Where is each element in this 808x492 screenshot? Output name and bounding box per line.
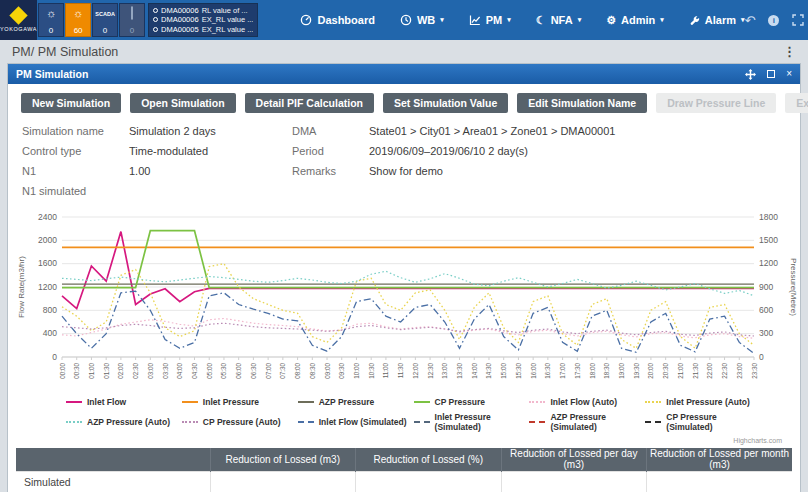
close-icon[interactable]: × bbox=[786, 69, 792, 79]
table-cell bbox=[356, 471, 502, 492]
svg-text:07:30: 07:30 bbox=[279, 363, 286, 379]
menu-label: PM bbox=[486, 14, 503, 26]
edit-simulation-name-button[interactable]: Edit Simulation Name bbox=[517, 93, 647, 113]
legend-item-azp-pressure-simulated[interactable]: AZP Pressure (Simulated) bbox=[529, 412, 645, 432]
scada-icon: SCADA bbox=[95, 7, 115, 22]
legend-item-inlet-flow-auto[interactable]: Inlet Flow (Auto) bbox=[529, 397, 645, 407]
field-value-remarks: Show for demo bbox=[369, 165, 786, 177]
menu-item-dashboard[interactable]: Dashboard bbox=[300, 14, 374, 26]
legend-item-inlet-pressure-auto[interactable]: Inlet Pressure (Auto) bbox=[645, 397, 761, 407]
alarm-rays-tile[interactable]: ☼60 bbox=[65, 3, 91, 37]
move-icon[interactable] bbox=[745, 69, 756, 80]
svg-text:04:30: 04:30 bbox=[191, 363, 198, 379]
legend-label: CP Pressure (Simulated) bbox=[666, 412, 761, 432]
maximize-icon[interactable] bbox=[767, 70, 775, 78]
fullscreen-icon[interactable] bbox=[792, 14, 804, 26]
svg-text:13:00: 13:00 bbox=[441, 363, 448, 379]
legend-line-sample bbox=[66, 401, 82, 403]
legend-line-sample bbox=[414, 401, 430, 403]
menu-item-pm[interactable]: PM▾ bbox=[469, 14, 511, 26]
menu-item-wb[interactable]: WB▾ bbox=[400, 14, 444, 26]
alarm-ticker-item[interactable]: DMA00006EX_RL value ... bbox=[153, 15, 253, 24]
yokogawa-logo: YOKOGAWA bbox=[0, 0, 37, 40]
alarm-ticker-item[interactable]: DMA00005EX_RL value ... bbox=[153, 25, 253, 34]
main-menu: DashboardWB▾PM▾☾NFA▾⚙Admin▾Alarm▾ bbox=[300, 0, 744, 40]
alarm-tiles: ☼0☼60SCADA00 bbox=[37, 0, 146, 40]
svg-text:08:00: 08:00 bbox=[294, 363, 301, 379]
menu-item-alarm[interactable]: Alarm▾ bbox=[689, 14, 745, 26]
legend-item-cp-pressure[interactable]: CP Pressure bbox=[414, 397, 530, 407]
top-navigation-bar: YOKOGAWA ☼0☼60SCADA00 DMA00006RL value o… bbox=[0, 0, 808, 40]
field-value-period: 2019/06/09–2019/06/10 2 day(s) bbox=[369, 145, 786, 157]
svg-text:1500: 1500 bbox=[759, 235, 778, 245]
svg-text:14:00: 14:00 bbox=[471, 363, 478, 379]
legend-label: AZP Pressure (Auto) bbox=[87, 417, 170, 427]
legend-item-cp-pressure-simulated[interactable]: CP Pressure (Simulated) bbox=[645, 412, 761, 432]
svg-text:900: 900 bbox=[759, 282, 773, 292]
pill-tile[interactable]: 0 bbox=[119, 3, 145, 37]
svg-text:2000: 2000 bbox=[38, 235, 57, 245]
set-simulation-value-button[interactable]: Set Simulation Value bbox=[383, 93, 508, 113]
yokogawa-diamond-icon bbox=[9, 6, 27, 24]
row-label: Simulated bbox=[16, 471, 210, 492]
gauge-icon bbox=[300, 14, 312, 26]
svg-text:18:00: 18:00 bbox=[589, 363, 596, 379]
svg-text:1800: 1800 bbox=[759, 212, 778, 222]
legend-item-inlet-pressure[interactable]: Inlet Pressure bbox=[182, 397, 298, 407]
legend-item-inlet-pressure-simulated[interactable]: Inlet Pressure (Simulated) bbox=[414, 412, 530, 432]
pill-icon bbox=[131, 7, 133, 22]
table-header: Reduction of Lossed (%) bbox=[356, 448, 502, 471]
open-simulation-button[interactable]: Open Simulation bbox=[130, 93, 235, 113]
svg-text:03:30: 03:30 bbox=[162, 363, 169, 379]
detail-pif-calculation-button[interactable]: Detail PIF Calculation bbox=[245, 93, 374, 113]
simulation-details-form: Simulation nameSimulation 2 daysDMAState… bbox=[8, 117, 800, 203]
legend-item-inlet-flow[interactable]: Inlet Flow bbox=[66, 397, 182, 407]
alarm-ticker-item[interactable]: DMA00006RL value of ... bbox=[153, 6, 253, 15]
field-label-period: Period bbox=[292, 145, 369, 157]
field-label-control-type: Control type bbox=[22, 145, 129, 157]
field-label-simulation-name: Simulation name bbox=[22, 125, 129, 137]
undo-icon[interactable]: ↶ bbox=[745, 13, 756, 28]
alarm-message: EX_RL value ... bbox=[202, 25, 254, 34]
legend-line-sample bbox=[66, 421, 82, 423]
legend-item-inlet-flow-simulated[interactable]: Inlet Flow (Simulated) bbox=[298, 412, 414, 432]
legend-item-cp-pressure-auto[interactable]: CP Pressure (Auto) bbox=[182, 412, 298, 432]
alarm-message: EX_RL value ... bbox=[202, 15, 254, 24]
scada-tile[interactable]: SCADA0 bbox=[92, 3, 118, 37]
alarm-rays-tile[interactable]: ☼0 bbox=[38, 3, 64, 37]
svg-text:23:00: 23:00 bbox=[736, 363, 743, 379]
svg-text:Pressure(Metre): Pressure(Metre) bbox=[789, 258, 798, 316]
legend-item-azp-pressure[interactable]: AZP Pressure bbox=[298, 397, 414, 407]
svg-text:18:30: 18:30 bbox=[603, 363, 610, 379]
draw-pressure-line-button: Draw Pressure Line bbox=[656, 93, 776, 113]
svg-text:09:00: 09:00 bbox=[324, 363, 331, 379]
info-icon[interactable]: i bbox=[768, 15, 779, 26]
svg-text:01:30: 01:30 bbox=[103, 363, 110, 379]
legend-item-azp-pressure-auto[interactable]: AZP Pressure (Auto) bbox=[66, 412, 182, 432]
alarm-status-icon bbox=[153, 17, 158, 22]
moon-icon: ☾ bbox=[536, 15, 546, 26]
legend-label: AZP Pressure (Simulated) bbox=[550, 412, 645, 432]
new-simulation-button[interactable]: New Simulation bbox=[21, 93, 121, 113]
kebab-menu-icon[interactable]: ⋮ bbox=[783, 47, 796, 57]
field-value-n1: 1.00 bbox=[129, 165, 292, 177]
panel-title: PM Simulation bbox=[16, 68, 88, 80]
field-label-n1: N1 bbox=[22, 165, 129, 177]
svg-text:1200: 1200 bbox=[38, 282, 57, 292]
svg-text:17:00: 17:00 bbox=[559, 363, 566, 379]
legend-line-sample bbox=[182, 421, 198, 423]
alarm-status-icon bbox=[153, 27, 158, 32]
table-header-row: Reduction of Lossed (m3)Reduction of Los… bbox=[16, 448, 792, 471]
trend-icon bbox=[469, 14, 481, 26]
menu-item-nfa[interactable]: ☾NFA▾ bbox=[536, 14, 581, 26]
menu-item-admin[interactable]: ⚙Admin▾ bbox=[606, 14, 664, 26]
legend-label: CP Pressure bbox=[435, 397, 485, 407]
svg-text:0: 0 bbox=[759, 352, 764, 362]
svg-text:19:30: 19:30 bbox=[633, 363, 640, 379]
table-cell bbox=[210, 471, 356, 492]
svg-text:06:30: 06:30 bbox=[250, 363, 257, 379]
alarm-count: 60 bbox=[74, 26, 83, 35]
legend-line-sample bbox=[529, 401, 545, 403]
svg-text:02:30: 02:30 bbox=[132, 363, 139, 379]
alarm-count: 0 bbox=[49, 26, 53, 35]
